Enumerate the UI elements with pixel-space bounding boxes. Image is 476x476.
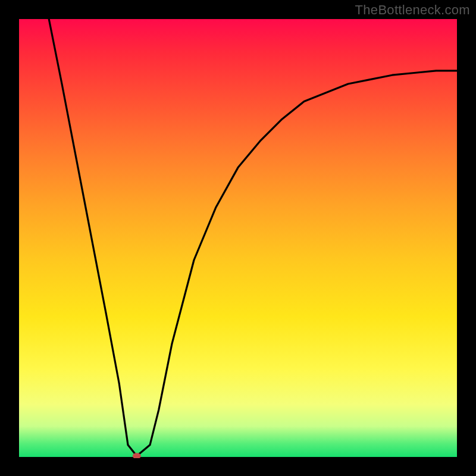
chart-stage: TheBottleneck.com [0, 0, 476, 476]
watermark-text: TheBottleneck.com [355, 2, 470, 18]
plot-area [18, 18, 458, 458]
